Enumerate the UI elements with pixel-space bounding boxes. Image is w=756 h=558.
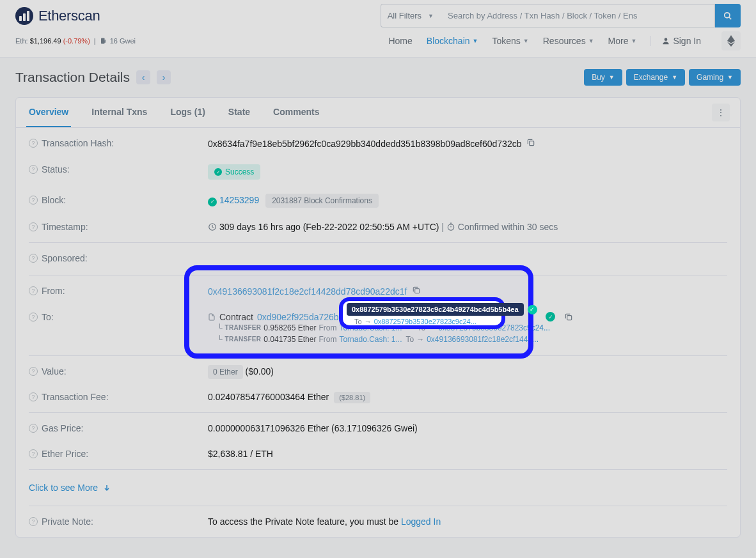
svg-rect-4 [530, 141, 534, 146]
gas-value: 0.000000063171096326 Ether (63.171096326… [208, 423, 727, 433]
transfer-row-2: └TRANSFER 0.041735 Ether From Tornado.Ca… [208, 334, 727, 345]
stopwatch-icon [446, 222, 455, 231]
logged-in-link[interactable]: Logged In [401, 516, 441, 527]
svg-point-0 [725, 12, 730, 17]
nav-home[interactable]: Home [388, 36, 412, 46]
nav-resources[interactable]: Resources▼ [543, 36, 594, 46]
page-title: Transaction Details [15, 70, 130, 85]
clock-icon [208, 222, 217, 231]
private-note-text: To access the Private Note feature, you … [208, 516, 401, 527]
copy-icon[interactable] [564, 313, 573, 322]
help-icon[interactable]: ? [29, 313, 38, 322]
search-input[interactable] [440, 4, 715, 27]
confirmed-within: Confirmed within 30 secs [458, 222, 558, 232]
label-status: Status: [42, 164, 70, 174]
prev-txn-button[interactable]: ‹ [136, 70, 150, 84]
tooltip-address: 0x8872579b3530e27823c9c24b49274bc4d5b5b4… [347, 303, 524, 316]
label-sponsored: Sponsored: [42, 253, 88, 263]
see-more-button[interactable]: Click to see More [16, 472, 740, 503]
value-eth: 0 Ether [208, 365, 243, 379]
transfer2-to-link[interactable]: 0x49136693081f2c18e2cf1442... [427, 335, 539, 344]
svg-rect-7 [415, 288, 420, 293]
from-address-link[interactable]: 0x49136693081f2c18e2cf14428dd78cd90a22dc… [208, 286, 407, 297]
arrow-down-icon [103, 484, 111, 492]
tab-logs[interactable]: Logs (1) [168, 98, 207, 127]
buy-button[interactable]: Buy▼ [584, 69, 622, 86]
nav-more[interactable]: More▼ [608, 36, 637, 46]
label-value: Value: [42, 366, 67, 376]
help-icon[interactable]: ? [29, 392, 38, 401]
help-icon[interactable]: ? [29, 222, 38, 231]
fee-value: 0.024078547760003464 Ether [208, 392, 329, 402]
search-filter-dropdown[interactable]: All Filters ▼ [381, 4, 440, 27]
help-icon[interactable]: ? [29, 196, 38, 205]
label-gas: Gas Price: [42, 423, 83, 433]
next-txn-button[interactable]: › [157, 70, 171, 84]
tooltip-to-link[interactable]: 0x8872579b3530e27823c9c24... [374, 318, 476, 325]
logo[interactable]: Etherscan [15, 7, 100, 25]
ether-price-value: $2,638.81 / ETH [208, 449, 727, 459]
search-icon [723, 12, 732, 20]
confirmations-badge: 2031887 Block Confirmations [265, 194, 379, 208]
timestamp-value: 309 days 16 hrs ago (Feb-22-2022 02:50:5… [219, 222, 439, 232]
user-icon [661, 36, 670, 45]
exchange-button[interactable]: Exchange▼ [626, 69, 685, 86]
svg-line-1 [729, 17, 732, 19]
gaming-button[interactable]: Gaming▼ [689, 69, 741, 86]
check-icon: ✓ [208, 198, 217, 206]
contract-label: Contract [219, 312, 253, 322]
nav-tokens[interactable]: Tokens▼ [492, 36, 528, 46]
check-icon: ✓ [546, 312, 555, 322]
help-icon[interactable]: ? [29, 449, 38, 458]
label-timestamp: Timestamp: [42, 222, 88, 232]
copy-icon[interactable] [412, 286, 421, 295]
svg-point-3 [665, 38, 668, 41]
gas-icon [100, 37, 107, 45]
copy-icon[interactable] [526, 138, 535, 147]
tab-state[interactable]: State [226, 98, 253, 127]
label-block: Block: [42, 195, 66, 205]
transfer2-from-link[interactable]: Tornado.Cash: 1... [339, 335, 402, 344]
eth-price-label: Eth: $1,196.49 (-0.79%) [15, 37, 90, 45]
label-ether-price: Ether Price: [42, 449, 88, 459]
svg-rect-8 [567, 315, 572, 320]
search-button[interactable] [715, 4, 741, 27]
search-filter-label: All Filters [388, 11, 421, 20]
help-icon[interactable]: ? [29, 254, 38, 263]
help-icon[interactable]: ? [29, 286, 38, 295]
ethereum-icon [727, 35, 735, 47]
sign-in[interactable]: Sign In [650, 36, 701, 46]
label-to: To: [42, 312, 54, 322]
block-link[interactable]: 14253299 [219, 195, 259, 205]
help-icon[interactable]: ? [29, 139, 38, 148]
highlight-inner: 0x8872579b3530e27823c9c24b49274bc4d5b5b4… [339, 297, 505, 329]
check-icon: ✓ [528, 305, 537, 314]
help-icon[interactable]: ? [29, 424, 38, 433]
nav-blockchain[interactable]: Blockchain▼ [427, 36, 478, 46]
label-from: From: [42, 286, 65, 296]
check-icon: ✓ [214, 168, 222, 176]
value-usd: ($0.00) [246, 366, 274, 376]
logo-text: Etherscan [38, 8, 100, 24]
txn-hash: 0x8634fa7f9e18eb5bf2962fc0ca929bb340dded… [208, 139, 521, 149]
label-private-note: Private Note: [42, 516, 93, 527]
tab-more-button[interactable]: ⋮ [712, 104, 730, 121]
logo-icon [15, 7, 33, 25]
status-badge: ✓Success [208, 164, 260, 180]
svg-rect-2 [101, 38, 105, 44]
tab-internal[interactable]: Internal Txns [89, 98, 150, 127]
help-icon[interactable]: ? [29, 165, 38, 174]
tab-overview[interactable]: Overview [26, 98, 71, 127]
help-icon[interactable]: ? [29, 517, 38, 526]
label-hash: Transaction Hash: [42, 138, 114, 148]
chevron-down-icon: ▼ [428, 13, 434, 19]
label-fee: Transaction Fee: [42, 392, 109, 402]
help-icon[interactable]: ? [29, 367, 38, 376]
fee-usd: ($28.81) [334, 392, 370, 403]
tab-comments[interactable]: Comments [271, 98, 322, 127]
document-icon [208, 313, 216, 322]
gwei-value: 16 Gwei [110, 37, 136, 45]
eth-network-badge[interactable] [721, 31, 741, 50]
